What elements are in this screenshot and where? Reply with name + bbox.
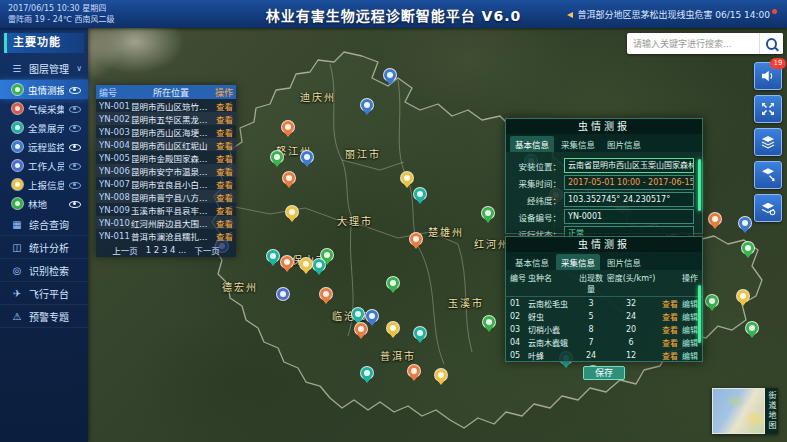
sidebar-item-statistics[interactable]: ◫ 统计分析 bbox=[0, 236, 88, 259]
map-marker-camera[interactable] bbox=[301, 151, 313, 163]
map-marker-station[interactable] bbox=[410, 233, 422, 245]
sidebar-layer-item[interactable]: 林地 bbox=[0, 194, 88, 213]
table-row[interactable]: YN-001昆明市西山区筇竹寺水库附...查看 bbox=[96, 99, 236, 112]
map-marker-lamp[interactable] bbox=[387, 277, 399, 289]
map-marker-report[interactable] bbox=[401, 172, 413, 184]
fullscreen-button[interactable] bbox=[754, 95, 782, 123]
view-link[interactable]: 查看 bbox=[211, 126, 233, 138]
edit-link[interactable]: 编辑 bbox=[682, 300, 698, 309]
view-link[interactable]: 查看 bbox=[211, 204, 233, 216]
tab-image-info[interactable]: 图片信息 bbox=[602, 254, 646, 270]
view-link[interactable]: 查看 bbox=[211, 139, 233, 151]
tab-collect-info[interactable]: 采集信息 bbox=[556, 254, 600, 270]
table-row[interactable]: YN-010红河州屏边县大围山自然保...查看 bbox=[96, 216, 236, 229]
map-marker-pano[interactable] bbox=[267, 250, 279, 262]
field-value[interactable]: 103.352745° 24.230517° bbox=[564, 192, 694, 207]
sidebar-item-query[interactable]: ▦ 综合查询 bbox=[0, 213, 88, 236]
layer-locate-button[interactable] bbox=[754, 161, 782, 189]
table-row[interactable]: YN-011普洱市澜沧县糯扎渡自然保...查看 bbox=[96, 229, 236, 242]
map-marker-station[interactable] bbox=[320, 288, 332, 300]
map-marker-camera[interactable] bbox=[361, 99, 373, 111]
view-link[interactable]: 查看 bbox=[211, 152, 233, 164]
map-marker-station[interactable] bbox=[281, 256, 293, 268]
broadcast-button[interactable]: 19 bbox=[754, 62, 782, 90]
map-marker-station[interactable] bbox=[709, 213, 721, 225]
map-marker-lamp[interactable] bbox=[271, 151, 283, 163]
map-marker-camera[interactable] bbox=[384, 69, 396, 81]
save-button[interactable]: 保存 bbox=[583, 366, 625, 380]
sidebar-layer-item[interactable]: 远程监控 bbox=[0, 137, 88, 156]
panel-scrollbar[interactable] bbox=[698, 285, 701, 343]
map-marker-lamp[interactable] bbox=[746, 322, 758, 334]
eye-visibility-icon[interactable] bbox=[69, 161, 81, 170]
table-row[interactable]: YN-009玉溪市新平县哀牢山自然保...查看 bbox=[96, 203, 236, 216]
map-marker-report[interactable] bbox=[387, 322, 399, 334]
field-value[interactable]: 云南省昆明市西山区玉案山国家森林公园 bbox=[564, 158, 694, 173]
eye-visibility-icon[interactable] bbox=[69, 104, 81, 113]
sidebar-layer-item[interactable]: 虫情测报灯 bbox=[0, 80, 88, 99]
minimap[interactable]: 街道地图 bbox=[712, 388, 778, 434]
field-value[interactable]: 2017-05-01 10:00 - 2017-06-15 10:00 bbox=[564, 175, 694, 190]
table-row[interactable]: YN-006昆明市安宁市温泉镇龙山...查看 bbox=[96, 164, 236, 177]
view-link[interactable]: 查看 bbox=[662, 326, 678, 335]
sidebar-item-warning-topic[interactable]: ⚠ 预警专题 bbox=[0, 305, 88, 328]
notice-ticker[interactable]: 普洱部分地区思茅松出现线虫危害 06/15 14:00 bbox=[567, 8, 777, 21]
sidebar-layer-item[interactable]: 全景展示 bbox=[0, 118, 88, 137]
view-link[interactable]: 查看 bbox=[211, 191, 233, 203]
layer-switch-button[interactable] bbox=[754, 128, 782, 156]
sidebar-item-flight-platform[interactable]: ✈ 飞行平台 bbox=[0, 282, 88, 305]
map-marker-station[interactable] bbox=[283, 172, 295, 184]
tab-basic-info[interactable]: 基本信息 bbox=[510, 136, 554, 152]
tab-collect-info[interactable]: 采集信息 bbox=[556, 136, 600, 152]
view-link[interactable]: 查看 bbox=[211, 100, 233, 112]
sidebar-item-layer-management[interactable]: ☰ 图层管理 ∨ bbox=[0, 57, 88, 80]
search-button[interactable] bbox=[759, 33, 783, 54]
map-marker-report[interactable] bbox=[737, 290, 749, 302]
sidebar-layer-item[interactable]: 上报信息 bbox=[0, 175, 88, 194]
view-link[interactable]: 查看 bbox=[662, 300, 678, 309]
table-row[interactable]: YN-003昆明市西山区海埂公园查看 bbox=[96, 125, 236, 138]
eye-visibility-icon[interactable] bbox=[69, 85, 81, 94]
minimap-label[interactable]: 街道地图 bbox=[765, 388, 778, 434]
map-marker-report[interactable] bbox=[286, 206, 298, 218]
view-link[interactable]: 查看 bbox=[662, 339, 678, 348]
sidebar-layer-item[interactable]: 工作人员 bbox=[0, 156, 88, 175]
view-link[interactable]: 查看 bbox=[662, 352, 678, 361]
map-marker-lamp[interactable] bbox=[321, 249, 333, 261]
table-row[interactable]: YN-007昆明市宜良县小白龙森林...查看 bbox=[96, 177, 236, 190]
panel-scrollbar[interactable] bbox=[698, 159, 701, 211]
search-input[interactable] bbox=[627, 39, 759, 49]
field-value[interactable]: YN-0001 bbox=[564, 209, 694, 224]
map-marker-lamp[interactable] bbox=[483, 316, 495, 328]
view-link[interactable]: 查看 bbox=[211, 165, 233, 177]
edit-link[interactable]: 编辑 bbox=[682, 326, 698, 335]
map-marker-pano[interactable] bbox=[352, 308, 364, 320]
map-marker-lamp[interactable] bbox=[742, 242, 754, 254]
view-link[interactable]: 查看 bbox=[211, 217, 233, 229]
view-link[interactable]: 查看 bbox=[662, 313, 678, 322]
map-marker-station[interactable] bbox=[355, 323, 367, 335]
prev-page-button[interactable]: 上一页 bbox=[112, 244, 138, 256]
eye-visibility-icon[interactable] bbox=[69, 123, 81, 132]
basemap-button[interactable] bbox=[754, 194, 782, 222]
table-row[interactable]: YN-008昆明市晋宁县八方街小丛山查看 bbox=[96, 190, 236, 203]
map-marker-pano[interactable] bbox=[361, 367, 373, 379]
sidebar-layer-item[interactable]: 气候采集站 bbox=[0, 99, 88, 118]
map-marker-pano[interactable] bbox=[414, 188, 426, 200]
next-page-button[interactable]: 下一页 bbox=[194, 244, 220, 256]
map-marker-report[interactable] bbox=[435, 369, 447, 381]
map-marker-person[interactable] bbox=[277, 288, 289, 300]
map-marker-report[interactable] bbox=[300, 258, 312, 270]
map-marker-pano[interactable] bbox=[313, 259, 325, 271]
map-marker-camera[interactable] bbox=[366, 310, 378, 322]
map-marker-station[interactable] bbox=[282, 121, 294, 133]
table-row[interactable]: YN-002昆明市五华区黑龙潭公园查看 bbox=[96, 112, 236, 125]
edit-link[interactable]: 编辑 bbox=[682, 339, 698, 348]
edit-link[interactable]: 编辑 bbox=[682, 352, 698, 361]
view-link[interactable]: 查看 bbox=[211, 230, 233, 242]
table-row[interactable]: YN-004昆明市西山区红坭山查看 bbox=[96, 138, 236, 151]
map-marker-pano[interactable] bbox=[414, 327, 426, 339]
table-row[interactable]: YN-005昆明市金殿国家森林公园...查看 bbox=[96, 151, 236, 164]
tab-basic-info[interactable]: 基本信息 bbox=[510, 254, 554, 270]
edit-link[interactable]: 编辑 bbox=[682, 313, 698, 322]
